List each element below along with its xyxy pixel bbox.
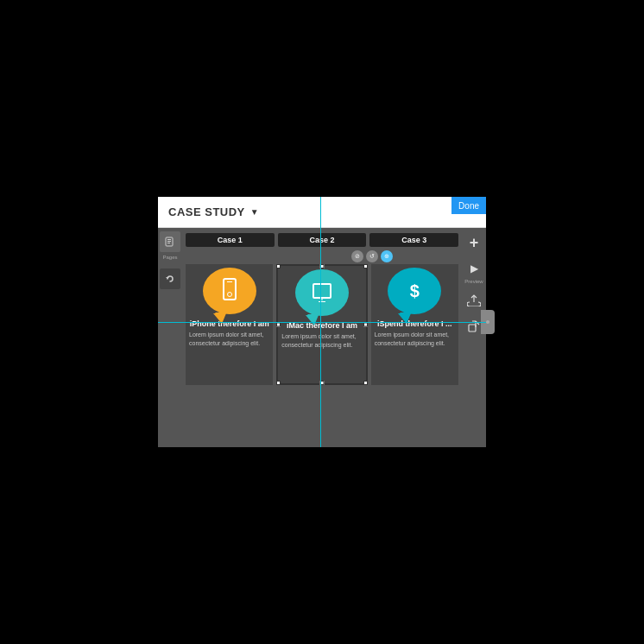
guide-horizontal: [158, 322, 486, 323]
case3-bubble-container: $: [388, 268, 441, 314]
case1-title: iPhone therefore I am: [190, 319, 269, 328]
toolbar-undo[interactable]: [160, 268, 180, 289]
main-content: Pages Case 1 Case 2 Case 3: [158, 228, 486, 447]
upload-tool-group: [464, 291, 483, 310]
edge-knob-dot: [486, 320, 489, 324]
svg-rect-4: [469, 325, 476, 331]
case3-bubble: $: [388, 268, 441, 314]
left-toolbar: Pages: [158, 228, 182, 447]
add-button[interactable]: +: [464, 233, 483, 252]
handle-br: [363, 381, 368, 385]
cards-area: Case 1 Case 2 Case 3 ⊘ ↺ ⊕: [182, 228, 462, 447]
tab-case3[interactable]: Case 3: [369, 233, 458, 247]
tab-case2[interactable]: Case 2: [278, 233, 367, 247]
action-ban-icon[interactable]: ⊘: [351, 250, 363, 262]
action-refresh-icon[interactable]: ↺: [366, 250, 378, 262]
dollar-sign: $: [410, 281, 420, 301]
case2-bubble-container: [295, 269, 349, 316]
handle-rm: [363, 323, 368, 327]
handle-tl: [276, 264, 281, 268]
case1-bubble-container: [203, 268, 256, 314]
svg-rect-3: [167, 243, 170, 243]
case2-body: Lorem ipsum dolor sit amet, consectetur …: [281, 332, 362, 350]
tab-case1[interactable]: Case 1: [186, 233, 275, 247]
case3-title: iSpend therefore I ...: [377, 319, 452, 328]
pages-label: Pages: [162, 255, 177, 260]
case-card-3[interactable]: $ iSpend therefore I ... Lorem ipsum dol…: [371, 264, 458, 385]
editor-window: CASE STUDY ▼ Done Pages: [158, 197, 486, 447]
page-title: CASE STUDY: [168, 205, 245, 218]
case2-bubble-tail: [306, 315, 319, 325]
screen-container: CASE STUDY ▼ Done Pages: [0, 0, 644, 644]
case1-body: Lorem ipsum dolor sit amet, consectetur …: [189, 331, 269, 348]
editor-header: CASE STUDY ▼ Done: [158, 197, 486, 228]
svg-rect-2: [167, 241, 171, 242]
phone-icon: [223, 278, 237, 304]
preview-button[interactable]: ▶: [464, 259, 483, 278]
handle-lm: [276, 323, 281, 327]
add-tool-group: +: [464, 233, 483, 252]
case-tabs-row: Case 1 Case 2 Case 3: [182, 228, 462, 250]
cards-grid: iPhone therefore I am Lorem ipsum dolor …: [182, 264, 462, 385]
guide-vertical: [320, 197, 321, 447]
case-card-1[interactable]: iPhone therefore I am Lorem ipsum dolor …: [186, 264, 273, 385]
handle-tr: [363, 264, 368, 268]
case2-action-icons: ⊘ ↺ ⊕: [282, 250, 462, 262]
right-toolbar: + ▶ Preview: [462, 228, 486, 447]
handle-bl: [276, 381, 281, 385]
case1-bubble: [203, 268, 256, 314]
dropdown-arrow-icon[interactable]: ▼: [250, 207, 259, 217]
imac-icon: [313, 283, 331, 302]
action-add-icon[interactable]: ⊕: [381, 250, 393, 262]
preview-tool-group: ▶ Preview: [464, 259, 483, 284]
svg-rect-1: [167, 239, 171, 240]
case2-bubble: [295, 269, 349, 316]
case3-body: Lorem ipsum dolor sit amet, consectetur …: [375, 331, 455, 348]
preview-label: Preview: [464, 279, 483, 284]
toolbar-pages[interactable]: [160, 231, 180, 252]
upload-button[interactable]: [464, 291, 483, 310]
done-button[interactable]: Done: [451, 197, 486, 214]
case-card-2[interactable]: iMac therefore I am Lorem ipsum dolor si…: [276, 264, 367, 385]
